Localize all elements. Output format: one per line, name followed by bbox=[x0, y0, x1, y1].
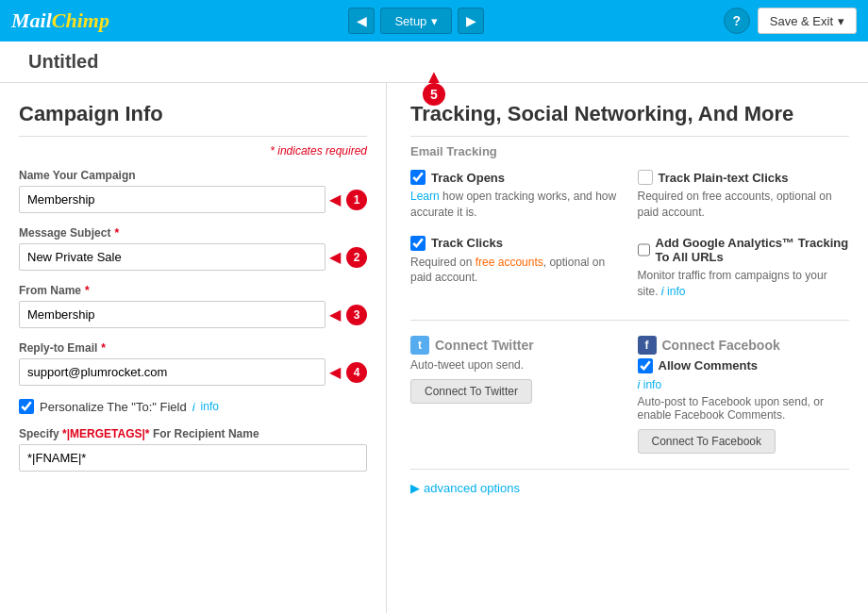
allow-comments-row: Allow Comments bbox=[638, 358, 850, 373]
allow-comments-label: Allow Comments bbox=[659, 358, 758, 373]
step-badge: ▲ 5 bbox=[421, 81, 447, 108]
google-info-icon: i bbox=[661, 284, 664, 298]
track-clicks-label: Track Clicks bbox=[431, 236, 503, 250]
campaign-name-input[interactable] bbox=[19, 186, 326, 213]
personalize-info-icon: i bbox=[192, 400, 195, 414]
google-analytics-label: Add Google Analytics™ Tracking To All UR… bbox=[656, 236, 850, 264]
campaign-name-label: Name Your Campaign bbox=[19, 169, 367, 182]
header: MailChimp ◀ Setup ▾ ▶ ? Save & Exit ▾ bbox=[0, 0, 868, 41]
advanced-options-label: advanced options bbox=[424, 481, 520, 495]
personalize-info-link[interactable]: info bbox=[201, 400, 219, 413]
facebook-label: Connect Facebook bbox=[662, 338, 780, 353]
header-right: ? Save & Exit ▾ bbox=[724, 8, 857, 34]
learn-link[interactable]: Learn bbox=[410, 190, 440, 203]
required-note: * indicates required bbox=[19, 144, 367, 157]
track-opens-desc: Learn how open tracking works, and how a… bbox=[410, 189, 623, 221]
left-panel-title: Campaign Info bbox=[19, 102, 367, 137]
left-panel: Campaign Info * indicates required Name … bbox=[0, 83, 387, 613]
main-content: Campaign Info * indicates required Name … bbox=[0, 83, 868, 613]
track-opens-header: Track Opens bbox=[410, 170, 623, 185]
nav-center: ◀ Setup ▾ ▶ bbox=[348, 8, 484, 34]
twitter-desc: Auto-tweet upon send. bbox=[410, 358, 623, 372]
twitter-label: Connect Twitter bbox=[435, 338, 534, 353]
facebook-header: f Connect Facebook bbox=[638, 336, 850, 355]
twitter-icon: t bbox=[410, 336, 429, 355]
personalize-label: Personalize The "To:" Field bbox=[40, 400, 187, 414]
allow-comments-checkbox[interactable] bbox=[638, 358, 653, 373]
step-1-badge: 1 bbox=[346, 190, 367, 210]
from-name-field: From Name * ◀ 3 bbox=[19, 284, 367, 328]
campaign-name-row: ◀ 1 bbox=[19, 186, 367, 213]
save-exit-button[interactable]: Save & Exit ▾ bbox=[758, 8, 857, 34]
track-plain-checkbox[interactable] bbox=[638, 170, 653, 185]
track-plain-item: Track Plain-text Clicks Required on free… bbox=[638, 170, 850, 221]
from-name-row: ◀ 3 bbox=[19, 301, 367, 328]
step-3-badge: 3 bbox=[346, 305, 367, 325]
mergetag-field: Specify *|MERGETAGS|* For Recipient Name bbox=[19, 427, 367, 472]
reply-email-field: Reply-to Email * ◀ 4 bbox=[19, 341, 367, 386]
help-button[interactable]: ? bbox=[724, 8, 750, 34]
track-clicks-item: Track Clicks Required on free accounts, … bbox=[410, 236, 623, 301]
fb-info-icon: i bbox=[638, 377, 641, 391]
nav-next-button[interactable]: ▶ bbox=[458, 8, 484, 34]
personalize-row: Personalize The "To:" Field i info bbox=[19, 399, 367, 414]
arrow-3: ◀ bbox=[329, 306, 341, 323]
track-opens-checkbox[interactable] bbox=[410, 170, 426, 185]
reply-email-input[interactable] bbox=[19, 358, 326, 386]
step-2-badge: 2 bbox=[346, 247, 367, 268]
reply-email-label: Reply-to Email * bbox=[19, 341, 367, 355]
mergetag-label: Specify *|MERGETAGS|* For Recipient Name bbox=[19, 427, 367, 440]
message-subject-input[interactable] bbox=[19, 243, 326, 271]
message-subject-label: Message Subject * bbox=[19, 226, 367, 240]
message-subject-field: Message Subject * ◀ 2 bbox=[19, 226, 367, 271]
arrow-1: ◀ bbox=[329, 191, 341, 208]
facebook-item: f Connect Facebook Allow Comments i info… bbox=[638, 336, 850, 454]
message-subject-row: ◀ 2 bbox=[19, 243, 367, 271]
twitter-header: t Connect Twitter bbox=[410, 336, 623, 355]
mergetag-input[interactable] bbox=[19, 444, 367, 472]
google-info-link[interactable]: info bbox=[667, 285, 685, 298]
from-name-label: From Name * bbox=[19, 284, 367, 297]
from-name-input[interactable] bbox=[19, 301, 326, 328]
arrow-2: ◀ bbox=[329, 248, 341, 266]
track-plain-label: Track Plain-text Clicks bbox=[659, 171, 789, 185]
fb-desc: Auto-post to Facebook upon send, or enab… bbox=[638, 395, 850, 422]
google-analytics-item: Add Google Analytics™ Tracking To All UR… bbox=[638, 236, 850, 301]
right-panel: Tracking, Social Networking, And More Em… bbox=[387, 83, 868, 613]
track-opens-item: Track Opens Learn how open tracking work… bbox=[410, 170, 623, 221]
logo: MailChimp bbox=[11, 8, 109, 33]
connect-facebook-button[interactable]: Connect To Facebook bbox=[638, 429, 776, 454]
arrow-4: ◀ bbox=[329, 363, 341, 381]
email-tracking-label: Email Tracking bbox=[410, 144, 849, 158]
advanced-options-link[interactable]: ▶ advanced options bbox=[410, 469, 849, 495]
fb-info-row: i info bbox=[638, 377, 850, 391]
fb-info-link[interactable]: info bbox=[643, 378, 661, 391]
google-analytics-desc: Monitor traffic from campaigns to your s… bbox=[638, 268, 850, 301]
step-4-badge: 4 bbox=[346, 362, 367, 383]
reply-email-row: ◀ 4 bbox=[19, 358, 367, 386]
social-grid: t Connect Twitter Auto-tweet upon send. … bbox=[410, 320, 849, 454]
campaign-name-field: Name Your Campaign ◀ 1 bbox=[19, 169, 367, 213]
nav-prev-button[interactable]: ◀ bbox=[348, 8, 375, 34]
track-plain-desc: Required on free accounts, optional on p… bbox=[638, 189, 850, 221]
twitter-item: t Connect Twitter Auto-tweet upon send. … bbox=[410, 336, 623, 454]
track-plain-header: Track Plain-text Clicks bbox=[638, 170, 850, 185]
track-clicks-header: Track Clicks bbox=[410, 236, 623, 251]
track-clicks-checkbox[interactable] bbox=[410, 236, 426, 251]
tracking-grid: Track Opens Learn how open tracking work… bbox=[410, 170, 849, 301]
page-title: Untitled bbox=[14, 51, 98, 73]
facebook-icon: f bbox=[638, 336, 657, 355]
personalize-checkbox[interactable] bbox=[19, 399, 34, 414]
page-title-bar: Untitled ▲ 5 bbox=[0, 41, 868, 83]
connect-twitter-button[interactable]: Connect To Twitter bbox=[410, 379, 532, 404]
google-analytics-header: Add Google Analytics™ Tracking To All UR… bbox=[638, 236, 850, 264]
track-opens-label: Track Opens bbox=[431, 171, 505, 185]
advanced-options-arrow: ▶ bbox=[410, 481, 420, 495]
google-analytics-checkbox[interactable] bbox=[638, 242, 650, 257]
right-panel-title: Tracking, Social Networking, And More bbox=[410, 102, 849, 137]
track-clicks-desc: Required on free accounts, optional on p… bbox=[410, 255, 623, 287]
setup-button[interactable]: Setup ▾ bbox=[380, 8, 452, 34]
